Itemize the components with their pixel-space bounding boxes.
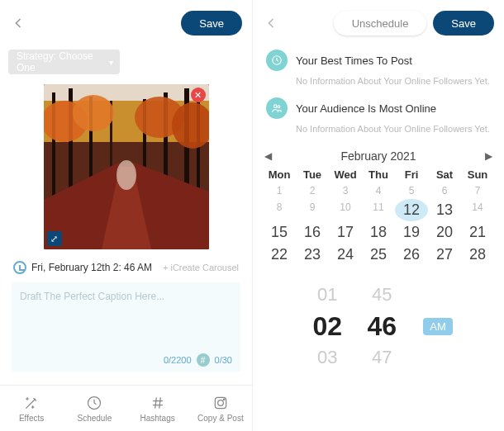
cal-day[interactable]: 4 <box>362 182 395 199</box>
cal-dow: Tue <box>296 167 329 182</box>
cal-dow: Fri <box>395 167 428 182</box>
cal-day[interactable]: 24 <box>329 244 362 266</box>
cal-day[interactable]: 3 <box>329 182 362 199</box>
unschedule-button[interactable]: Unschedule <box>334 11 427 36</box>
cal-dow: Sun <box>461 167 494 182</box>
image-preview[interactable]: ✕ ⤢ <box>44 84 209 249</box>
remove-image-icon[interactable]: ✕ <box>191 88 206 102</box>
wand-icon <box>23 395 40 411</box>
cal-day[interactable]: 18 <box>362 221 395 244</box>
caption-placeholder: Draft The Perfect Caption Here... <box>20 291 232 302</box>
cal-day[interactable]: 28 <box>461 244 494 266</box>
cal-day[interactable]: 21 <box>461 221 494 244</box>
cal-next-icon[interactable]: ▶ <box>485 150 492 162</box>
scheduled-time[interactable]: Fri, February 12th 2: 46 AM <box>31 262 152 273</box>
audience-sub: No Information About Your Online Followe… <box>296 124 504 134</box>
back-icon[interactable] <box>10 15 26 31</box>
svg-point-21 <box>223 399 225 400</box>
cal-month: February 2021 <box>340 149 416 163</box>
svg-point-12 <box>73 95 114 131</box>
back-icon[interactable] <box>263 15 279 31</box>
instagram-icon <box>212 395 229 411</box>
svg-point-17 <box>116 160 136 190</box>
strategy-dropdown[interactable]: Strategy: Choose One ▾ <box>8 50 120 74</box>
best-times-row[interactable]: Your Best Times To Post <box>253 46 504 74</box>
bottom-toolbar: Effects Schedule Hashtags Copy & Post <box>0 385 252 431</box>
cal-day[interactable]: 23 <box>296 244 329 266</box>
cal-day[interactable]: 22 <box>263 244 296 266</box>
caption-input[interactable]: Draft The Perfect Caption Here... 0/2200… <box>12 282 240 372</box>
strategy-label: Strategy: Choose One <box>17 50 112 73</box>
schedule-tool[interactable]: Schedule <box>63 386 126 431</box>
cal-day[interactable]: 26 <box>395 244 428 266</box>
svg-point-20 <box>218 400 224 405</box>
cal-day[interactable]: 27 <box>428 244 461 266</box>
cal-dow: Mon <box>263 167 296 182</box>
save-button[interactable]: Save <box>181 11 242 36</box>
svg-point-23 <box>274 105 278 108</box>
minute-wheel[interactable]: 45 46 47 <box>359 282 405 370</box>
audience-row[interactable]: Your Audience Is Most Online <box>253 94 504 122</box>
svg-point-24 <box>278 106 280 108</box>
cal-day[interactable]: 2 <box>296 182 329 199</box>
cal-day[interactable]: 6 <box>428 182 461 199</box>
cal-day[interactable]: 25 <box>362 244 395 266</box>
cal-prev-icon[interactable]: ◀ <box>264 150 272 162</box>
time-picker[interactable]: 01 02 03 45 46 47 AM <box>253 282 504 370</box>
cal-day[interactable]: 20 <box>428 221 461 244</box>
cal-day[interactable]: 19 <box>395 221 428 244</box>
hashtags-tool[interactable]: Hashtags <box>126 386 189 431</box>
cal-day[interactable]: 5 <box>395 182 428 199</box>
expand-icon[interactable]: ⤢ <box>47 231 62 246</box>
save-button[interactable]: Save <box>433 11 494 36</box>
ampm-toggle[interactable]: AM <box>423 318 453 335</box>
cal-day[interactable]: 10 <box>329 199 362 221</box>
copy-post-tool[interactable]: Copy & Post <box>189 386 252 431</box>
cal-day[interactable]: 7 <box>461 182 494 199</box>
clock-icon <box>86 395 102 411</box>
cal-day[interactable]: 9 <box>296 199 329 221</box>
hashtag-icon <box>150 395 166 411</box>
cal-day[interactable]: 14 <box>461 199 494 221</box>
create-carousel-link[interactable]: + iCreate Carousel <box>163 263 239 272</box>
hashtag-counter: 0/30 <box>215 355 232 365</box>
cal-day[interactable]: 16 <box>296 221 329 244</box>
cal-day[interactable]: 15 <box>263 221 296 244</box>
cal-day[interactable]: 12 <box>395 199 428 221</box>
char-counter: 0/2200 <box>164 355 192 365</box>
clock-icon <box>13 261 26 274</box>
people-icon <box>266 97 288 119</box>
calendar: ◀ February 2021 ▶ MonTueWedThuFriSatSun … <box>263 145 494 266</box>
cal-dow: Thu <box>362 167 395 182</box>
chevron-down-icon: ▾ <box>109 58 113 67</box>
cal-day[interactable]: 11 <box>362 199 395 221</box>
cal-dow: Wed <box>329 167 362 182</box>
hour-wheel[interactable]: 01 02 03 <box>304 282 350 370</box>
effects-tool[interactable]: Effects <box>0 386 63 431</box>
cal-day[interactable]: 1 <box>263 182 296 199</box>
best-times-sub: No Information About Your Online Followe… <box>296 76 504 86</box>
cal-dow: Sat <box>428 167 461 182</box>
hashtag-icon: # <box>197 353 210 367</box>
cal-day[interactable]: 8 <box>263 199 296 221</box>
cal-day[interactable]: 13 <box>428 199 461 221</box>
clock-icon <box>266 50 288 71</box>
cal-day[interactable]: 17 <box>329 221 362 244</box>
